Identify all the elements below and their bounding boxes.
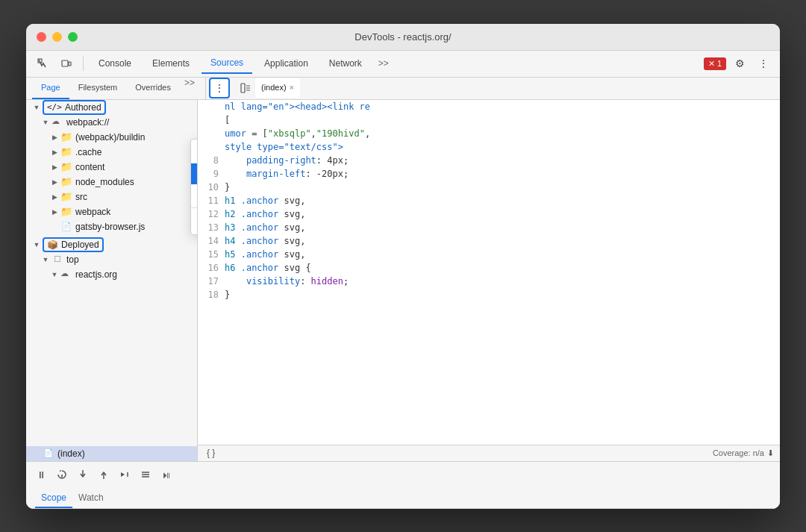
step-out-button[interactable]: [95, 466, 113, 484]
more-tabs-icon[interactable]: >>: [374, 58, 393, 69]
content-item[interactable]: ▶ 📁 content: [26, 160, 197, 175]
code-panel[interactable]: nl lang="en"><head><link re [ umor = ["x…: [198, 100, 780, 445]
gatsby-browser-label: gatsby-browser.js: [75, 222, 145, 232]
node-modules-item[interactable]: ▶ 📁 node_modules: [26, 175, 197, 190]
src-item[interactable]: ▶ 📁 src: [26, 190, 197, 204]
code-content-17: visibility: hidden;: [225, 275, 780, 288]
minimize-button[interactable]: [52, 32, 62, 42]
authored-arrow: ▼: [32, 103, 41, 112]
menu-group-folder[interactable]: ✓ Group by folder: [191, 143, 198, 163]
node-modules-arrow: ▶: [50, 178, 59, 187]
main-content: ▼ </> Authored ▼ ☁ webpack:// ▶ 📁 (webpa…: [26, 100, 780, 461]
code-content-9: margin-left: -20px;: [225, 167, 780, 181]
line-num-11: 11: [198, 194, 225, 207]
top-label: top: [66, 254, 79, 265]
toolbar-right: ✕ 1 ⚙ ⋮: [704, 53, 774, 74]
cache-item[interactable]: ▶ 📁 .cache: [26, 145, 197, 160]
main-toolbar: Console Elements Sources Application Net…: [26, 51, 780, 78]
inspect-icon[interactable]: [32, 53, 53, 74]
authored-label: Authored: [65, 102, 101, 113]
tab-overrides[interactable]: Overrides: [126, 78, 180, 99]
line-num-17: 17: [198, 275, 225, 288]
window-title: DevTools - reactjs.org/: [354, 31, 451, 43]
error-badge[interactable]: ✕ 1: [704, 57, 726, 70]
menu-hide-ignored[interactable]: Hide ignore-listed sources ⚠: [191, 184, 198, 205]
webpack-label: webpack://: [66, 117, 109, 128]
settings-icon[interactable]: ⚙: [729, 53, 750, 74]
code-content-8: padding-right: 4px;: [225, 154, 780, 167]
tab-elements[interactable]: Elements: [143, 53, 199, 74]
content-arrow: ▶: [50, 163, 59, 172]
gatsby-browser-item[interactable]: ▶ 📄 gatsby-browser.js: [26, 219, 197, 234]
content-folder-icon: 📁: [60, 161, 72, 173]
top-item[interactable]: ▼ ☐ top: [26, 252, 197, 267]
code-line-4: style type="text/css">: [198, 140, 780, 154]
code-line-16: 16 h6 .anchor svg {: [198, 261, 780, 275]
line-num-15: 15: [198, 248, 225, 261]
deactivate-breakpoints-button[interactable]: [137, 466, 154, 484]
code-line-1: nl lang="en"><head><link re: [198, 100, 780, 113]
code-line-12: 12 h2 .anchor svg,: [198, 207, 780, 221]
scope-tab[interactable]: Scope: [35, 489, 72, 508]
reactjs-org-item[interactable]: ▼ ☁ reactjs.org: [26, 267, 197, 282]
code-line-8: 8 padding-right: 4px;: [198, 154, 780, 167]
authored-section[interactable]: ▼ </> Authored: [26, 100, 197, 115]
more-options-icon[interactable]: ⋮: [753, 53, 774, 74]
device-toolbar-icon[interactable]: [56, 53, 77, 74]
svg-rect-2: [69, 62, 71, 66]
code-content-11: h1 .anchor svg,: [225, 194, 780, 207]
content-label: content: [75, 162, 104, 172]
pause-on-exceptions-button[interactable]: ⏯: [157, 466, 175, 484]
svg-rect-3: [241, 84, 245, 93]
node-modules-folder-icon: 📁: [60, 176, 72, 188]
source-file-tabs: (index) ×: [233, 77, 780, 99]
code-content-1: nl lang="en"><head><link re: [225, 100, 780, 113]
webpack-buildin-item[interactable]: ▶ 📁 (webpack)/buildin: [26, 130, 197, 145]
source-options-button[interactable]: ⋮: [209, 78, 230, 98]
line-num-14: 14: [198, 234, 225, 248]
reactjs-cloud-icon: ☁: [60, 269, 72, 281]
top-arrow: ▼: [41, 255, 50, 264]
close-button[interactable]: [37, 32, 46, 42]
step-button[interactable]: [116, 466, 134, 484]
deployed-section[interactable]: ▼ 📦 Deployed: [26, 237, 197, 252]
webpack-folder-arrow: ▶: [50, 207, 59, 216]
tab-filesystem[interactable]: Filesystem: [69, 78, 127, 99]
line-num-12: 12: [198, 207, 225, 221]
file-tab-index[interactable]: (index) ×: [255, 78, 300, 98]
navigator-toggle-icon[interactable]: [236, 78, 255, 98]
menu-group-authored[interactable]: ✓ Group by Authored/Deployed ⚠: [191, 163, 198, 184]
pause-button[interactable]: ⏸: [32, 466, 50, 484]
step-over-button[interactable]: [53, 466, 71, 484]
source-more-tabs[interactable]: >>: [180, 78, 199, 99]
src-label: src: [75, 192, 87, 202]
buildin-label: (webpack)/buildin: [75, 132, 145, 143]
watch-tab[interactable]: Watch: [72, 489, 110, 508]
webpack-root[interactable]: ▼ ☁ webpack://: [26, 115, 197, 130]
tab-page[interactable]: Page: [32, 78, 69, 99]
error-x-icon: ✕: [708, 59, 715, 69]
code-area: nl lang="en"><head><link re [ umor = ["x…: [198, 100, 780, 461]
file-tree-panel: ▼ </> Authored ▼ ☁ webpack:// ▶ 📁 (webpa…: [26, 100, 198, 461]
fullscreen-button[interactable]: [68, 32, 78, 42]
gatsby-file-icon: 📄: [60, 221, 72, 233]
titlebar: DevTools - reactjs.org/: [26, 24, 780, 51]
file-tab-close[interactable]: ×: [290, 84, 294, 92]
code-content-3: umor = ["xbsqlp","190hivd",: [225, 127, 780, 140]
coverage-expand-icon[interactable]: ⬇: [767, 448, 774, 458]
cache-folder-icon: 📁: [60, 146, 72, 158]
tab-application[interactable]: Application: [255, 53, 317, 74]
step-into-button[interactable]: [74, 466, 92, 484]
reactjs-arrow: ▼: [50, 270, 59, 279]
format-button[interactable]: { }: [204, 448, 218, 458]
authored-badge: </> Authored: [43, 100, 106, 115]
tab-sources[interactable]: Sources: [202, 53, 252, 74]
selected-file-label: (index): [57, 448, 85, 459]
menu-open-file[interactable]: Open file ⌘ P: [191, 210, 198, 231]
line-num-10: 10: [198, 181, 225, 194]
tab-console[interactable]: Console: [90, 53, 140, 74]
tab-network[interactable]: Network: [320, 53, 371, 74]
error-count: 1: [717, 59, 722, 68]
webpack-item[interactable]: ▶ 📁 webpack: [26, 204, 197, 219]
selected-file-item[interactable]: ▶ 📄 (index): [26, 446, 197, 461]
